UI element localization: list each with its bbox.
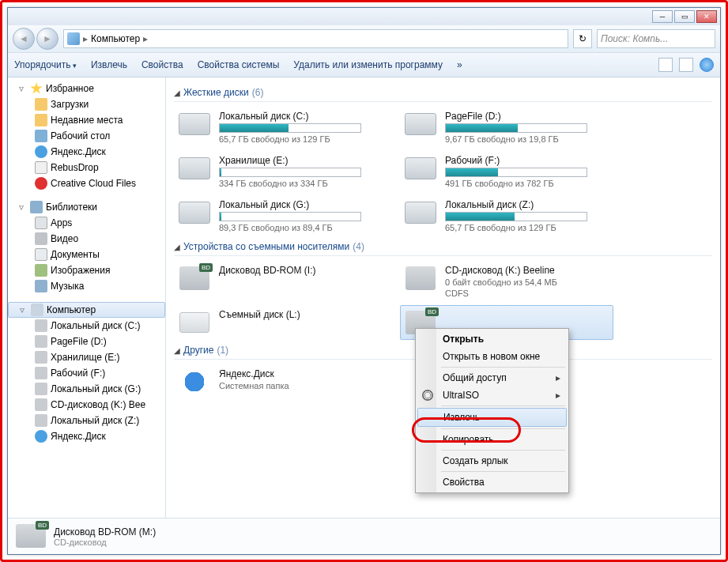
uninstall-button[interactable]: Удалить или изменить программу bbox=[293, 59, 443, 70]
ctx-properties[interactable]: Свойства bbox=[417, 473, 567, 491]
properties-button[interactable]: Свойства bbox=[141, 59, 183, 70]
forward-button[interactable]: ► bbox=[36, 28, 58, 50]
drive-cd-k[interactable]: CD-дисковод (K:) Beeline0 байт свободно … bbox=[400, 261, 613, 302]
tree-item-apps[interactable]: Apps bbox=[8, 215, 165, 231]
drive-d[interactable]: PageFile (D:)9,67 ГБ свободно из 19,8 ГБ bbox=[400, 107, 613, 148]
organize-menu[interactable]: Упорядочить bbox=[14, 59, 77, 70]
tree-item-drive-e[interactable]: Хранилище (E:) bbox=[8, 349, 165, 365]
tree-item-rebusdrop[interactable]: RebusDrop bbox=[8, 160, 165, 175]
titlebar: ─ ▭ ✕ bbox=[8, 8, 720, 25]
tree-item-drive-d[interactable]: PageFile (D:) bbox=[8, 334, 165, 349]
tree-item-yadisk2[interactable]: Яндекс.Диск bbox=[8, 428, 165, 444]
preview-pane-button[interactable] bbox=[679, 58, 693, 72]
search-input[interactable]: Поиск: Компь... bbox=[597, 29, 715, 48]
chevron-right-icon: ▸ bbox=[143, 33, 148, 44]
ctx-share[interactable]: Общий доступ bbox=[417, 369, 567, 387]
close-button[interactable]: ✕ bbox=[696, 10, 717, 23]
help-icon[interactable] bbox=[700, 58, 714, 72]
ctx-eject[interactable]: Извлечь bbox=[417, 408, 567, 427]
breadcrumb[interactable]: ▸ Компьютер ▸ bbox=[63, 29, 568, 48]
chevron-right-icon: ▸ bbox=[83, 33, 88, 44]
maximize-button[interactable]: ▭ bbox=[674, 10, 695, 23]
tree-item-favorites[interactable]: ▿Избранное bbox=[8, 81, 165, 96]
tree-item-yadisk[interactable]: Яндекс.Диск bbox=[8, 144, 165, 160]
tree-item-drive-g[interactable]: Локальный диск (G:) bbox=[8, 381, 165, 397]
tree-item-music[interactable]: Музыка bbox=[8, 278, 165, 294]
tree-item-downloads[interactable]: Загрузки bbox=[8, 96, 165, 112]
tree-item-drive-f[interactable]: Рабочий (F:) bbox=[8, 365, 165, 381]
tree-item-computer[interactable]: ▿Компьютер bbox=[8, 302, 165, 318]
ctx-copy[interactable]: Копировать bbox=[417, 431, 567, 448]
ctx-create-shortcut[interactable]: Создать ярлык bbox=[417, 452, 567, 470]
minimize-button[interactable]: ─ bbox=[652, 10, 673, 23]
tree-item-drive-c[interactable]: Локальный диск (C:) bbox=[8, 318, 165, 334]
tree-item-libraries[interactable]: ▿Библиотеки bbox=[8, 199, 165, 215]
tree-item-drive-k[interactable]: CD-дисковод (K:) Bee bbox=[8, 397, 165, 413]
group-removable[interactable]: ◢Устройства со съемными носителями (4) bbox=[174, 236, 712, 256]
tree-item-images[interactable]: Изображения bbox=[8, 262, 165, 278]
tree-item-recent[interactable]: Недавние места bbox=[8, 112, 165, 128]
tree-item-documents[interactable]: Документы bbox=[8, 247, 165, 262]
group-hdd[interactable]: ◢Жесткие диски (6) bbox=[174, 82, 712, 102]
ultraiso-icon bbox=[422, 390, 433, 401]
search-placeholder: Поиск: Компь... bbox=[601, 33, 668, 44]
status-title: Дисковод BD-ROM (M:) bbox=[54, 526, 156, 537]
nav-tree: ▿Избранное Загрузки Недавние места Рабоч… bbox=[8, 77, 166, 518]
ctx-open-new-window[interactable]: Открыть в новом окне bbox=[417, 348, 567, 365]
breadcrumb-location[interactable]: Компьютер bbox=[91, 33, 140, 44]
ctx-open[interactable]: Открыть bbox=[417, 330, 567, 348]
tree-item-cc[interactable]: Creative Cloud Files bbox=[8, 175, 165, 191]
status-sub: CD-дисковод bbox=[54, 537, 156, 547]
refresh-button[interactable]: ↻ bbox=[573, 29, 592, 48]
drive-c[interactable]: Локальный диск (C:)65,7 ГБ свободно из 1… bbox=[174, 107, 387, 148]
tree-item-desktop[interactable]: Рабочий стол bbox=[8, 128, 165, 144]
view-options-button[interactable] bbox=[658, 58, 673, 72]
drive-bd-i[interactable]: Дисковод BD-ROM (I:) bbox=[174, 261, 387, 302]
nav-row: ◄ ► ▸ Компьютер ▸ ↻ Поиск: Компь... bbox=[8, 25, 720, 52]
drive-z[interactable]: Локальный диск (Z:)65,7 ГБ свободно из 1… bbox=[400, 195, 613, 236]
drive-f[interactable]: Рабочий (F:)491 ГБ свободно из 782 ГБ bbox=[400, 151, 613, 192]
command-bar: Упорядочить Извлечь Свойства Свойства си… bbox=[8, 52, 720, 77]
ctx-ultraiso[interactable]: UltraISO bbox=[417, 387, 567, 404]
system-properties-button[interactable]: Свойства системы bbox=[198, 59, 280, 70]
back-button[interactable]: ◄ bbox=[13, 28, 35, 50]
status-bar: Дисковод BD-ROM (M:) CD-дисковод bbox=[8, 518, 720, 554]
overflow-chevron-icon[interactable] bbox=[457, 59, 462, 70]
eject-button[interactable]: Извлечь bbox=[91, 59, 127, 70]
context-menu: Открыть Открыть в новом окне Общий досту… bbox=[415, 328, 569, 493]
drive-g[interactable]: Локальный диск (G:)89,3 ГБ свободно из 8… bbox=[174, 195, 387, 236]
drive-yadisk[interactable]: Яндекс.ДискСистемная папка bbox=[174, 364, 387, 399]
computer-icon bbox=[67, 32, 80, 45]
drive-removable-l[interactable]: Съемный диск (L:) bbox=[174, 305, 387, 340]
drive-e[interactable]: Хранилище (E:)334 ГБ свободно из 334 ГБ bbox=[174, 151, 387, 192]
tree-item-drive-z[interactable]: Локальный диск (Z:) bbox=[8, 413, 165, 428]
tree-item-video[interactable]: Видео bbox=[8, 231, 165, 247]
